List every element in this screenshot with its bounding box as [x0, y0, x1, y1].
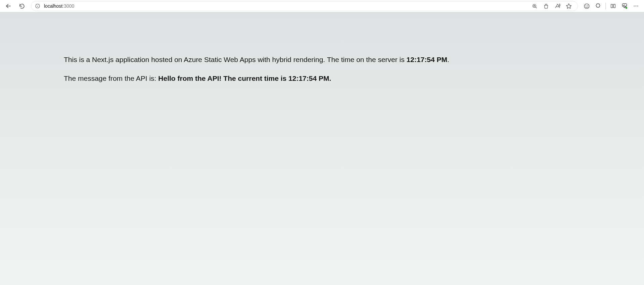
extension-face-icon [584, 3, 590, 9]
svg-rect-13 [611, 4, 613, 8]
back-button[interactable] [3, 0, 14, 12]
more-horizontal-icon [633, 3, 639, 9]
read-aloud-icon [554, 3, 561, 9]
browser-toolbar: localhost:3000 [0, 0, 644, 12]
read-aloud-button[interactable] [552, 1, 563, 11]
svg-point-11 [586, 5, 586, 6]
puzzle-icon [595, 3, 601, 9]
more-button[interactable] [631, 1, 641, 11]
heartbeat-icon [621, 3, 628, 9]
arrow-left-icon [5, 3, 11, 9]
url-port: :3000 [62, 3, 74, 9]
address-bar-actions [529, 1, 574, 11]
extensions-menu-button[interactable] [593, 1, 603, 11]
split-screen-button[interactable] [608, 1, 618, 11]
api-message-prefix: The message from the API is: [64, 74, 158, 82]
toolbar-extensions [581, 1, 641, 11]
toolbar-divider [605, 3, 606, 9]
shopping-bag-icon [543, 3, 549, 9]
content-inner: This is a Next.js application hosted on … [0, 12, 644, 84]
split-screen-icon [610, 3, 616, 9]
server-time-value: 12:17:54 PM [407, 56, 447, 63]
api-message-value: Hello from the API! The current time is … [158, 74, 331, 82]
refresh-button[interactable] [16, 0, 28, 12]
url-host: localhost [44, 3, 62, 9]
performance-button[interactable] [619, 1, 630, 11]
address-bar[interactable]: localhost:3000 [31, 1, 578, 11]
star-icon [566, 3, 572, 9]
server-time-prefix: This is a Next.js application hosted on … [64, 56, 407, 63]
favorites-button[interactable] [563, 1, 574, 11]
svg-rect-14 [613, 4, 615, 8]
svg-point-16 [634, 6, 635, 6]
svg-point-18 [637, 6, 638, 6]
server-time-suffix: . [447, 56, 449, 63]
extension-1-button[interactable] [581, 1, 592, 11]
zoom-button[interactable] [529, 1, 540, 11]
svg-marker-9 [566, 4, 571, 8]
refresh-icon [19, 3, 25, 9]
svg-line-7 [535, 7, 536, 8]
svg-point-12 [587, 5, 588, 6]
shopping-button[interactable] [541, 1, 551, 11]
zoom-icon [532, 3, 538, 9]
api-message-paragraph: The message from the API is: Hello from … [64, 73, 580, 83]
page-content: This is a Next.js application hosted on … [0, 12, 644, 285]
server-time-paragraph: This is a Next.js application hosted on … [64, 55, 580, 65]
svg-point-15 [626, 7, 627, 9]
svg-point-17 [636, 6, 636, 6]
site-info-icon[interactable] [35, 3, 41, 9]
url-text: localhost:3000 [44, 3, 526, 9]
